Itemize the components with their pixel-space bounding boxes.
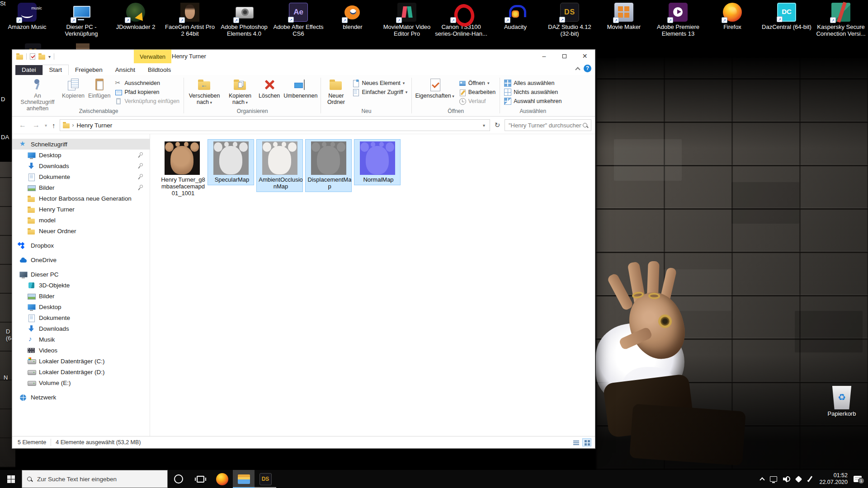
sidebar-item[interactable]: Dieser PC bbox=[12, 269, 150, 280]
new-item-button[interactable]: Neues Element▾ bbox=[350, 79, 409, 88]
easy-access-button[interactable]: Einfacher Zugriff▾ bbox=[350, 88, 409, 97]
sidebar-item[interactable]: Dropbox bbox=[12, 240, 150, 251]
search-input[interactable] bbox=[508, 122, 582, 129]
title-bar[interactable]: ▾ Verwalten Henry Turner – ✕ bbox=[12, 50, 595, 63]
sidebar-item[interactable]: Henry Turner bbox=[12, 204, 150, 215]
desktop-icon[interactable]: FaceGen Artist Pro 2 64bit bbox=[163, 3, 217, 37]
new-folder-icon[interactable] bbox=[38, 55, 45, 60]
sidebar-item[interactable]: Schnellzugriff bbox=[12, 139, 150, 150]
sidebar-item[interactable]: Videos bbox=[12, 345, 150, 356]
ribbon-tab[interactable]: Freigeben bbox=[69, 65, 109, 75]
large-icons-view-button[interactable] bbox=[582, 438, 591, 446]
sidebar-item[interactable]: Dokumente bbox=[12, 312, 150, 323]
refresh-button[interactable]: ↻ bbox=[492, 119, 503, 131]
desktop-icon[interactable]: blender bbox=[326, 3, 380, 37]
sidebar-item[interactable]: model bbox=[12, 215, 150, 225]
invert-selection-button[interactable]: Auswahl umkehren bbox=[502, 97, 563, 106]
desktop-icon[interactable]: Dieser PC - Verknüpfung bbox=[54, 3, 108, 37]
desktop-icon[interactable]: MovieMator Video Editor Pro bbox=[380, 3, 434, 37]
sidebar-item[interactable]: Downloads bbox=[12, 160, 150, 171]
desktop-icon[interactable]: Adobe Photoshop Elements 4.0 bbox=[217, 3, 271, 37]
pen-tray-icon[interactable] bbox=[807, 476, 813, 482]
taskbar-search-input[interactable] bbox=[36, 475, 163, 483]
delete-button[interactable]: Löschen bbox=[257, 76, 282, 99]
desktop-icon[interactable]: DAZ Studio 4.12 (32-bit) bbox=[542, 3, 597, 37]
file-item[interactable]: Henry Turner_g8mbasefacemapd01_1001 bbox=[159, 140, 205, 198]
taskbar-file-explorer[interactable] bbox=[233, 470, 255, 488]
desktop-icon[interactable]: Kaspersky Secure Connection Versi... bbox=[814, 3, 868, 37]
minimize-button[interactable]: – bbox=[534, 50, 554, 63]
desktop-icon[interactable]: Amazon Music bbox=[0, 3, 54, 37]
ribbon-tab[interactable]: Start bbox=[42, 65, 69, 75]
close-button[interactable]: ✕ bbox=[575, 50, 595, 63]
qat-customize-caret[interactable]: ▾ bbox=[48, 54, 51, 59]
desktop-icon[interactable]: Audacity bbox=[488, 3, 542, 37]
select-none-button[interactable]: Nichts auswählen bbox=[502, 88, 563, 97]
cut-button[interactable]: Ausschneiden bbox=[113, 79, 181, 88]
desktop-icon[interactable]: Movie Maker bbox=[597, 3, 651, 37]
sidebar-item[interactable]: Netzwerk bbox=[12, 392, 150, 403]
rename-button[interactable]: Umbenennen bbox=[282, 76, 319, 99]
recent-locations-caret[interactable]: ▾ bbox=[44, 123, 48, 128]
ribbon-tab[interactable]: Bildtools bbox=[142, 65, 177, 75]
copy-to-button[interactable]: Kopieren nach bbox=[223, 76, 257, 106]
details-view-button[interactable] bbox=[571, 438, 580, 446]
sidebar-item[interactable]: Desktop bbox=[12, 150, 150, 160]
forward-button[interactable]: → bbox=[30, 121, 42, 129]
task-view-button[interactable] bbox=[189, 470, 211, 488]
sidebar-item[interactable]: Desktop bbox=[12, 301, 150, 312]
tray-expand-chevron-icon[interactable] bbox=[760, 477, 765, 482]
desktop-icon[interactable]: DazCentral (64-bit) bbox=[760, 3, 814, 37]
notification-center-icon[interactable]: 1 bbox=[854, 476, 862, 482]
paste-button[interactable]: Einfügen bbox=[86, 76, 112, 99]
edit-button[interactable]: Bearbeiten bbox=[457, 88, 497, 97]
desktop-icon[interactable]: Adobe After Effects CS6 bbox=[271, 3, 326, 37]
network-icon[interactable] bbox=[770, 476, 777, 482]
desktop-icon[interactable]: Canon TS3100 series-Online-Han... bbox=[434, 3, 488, 37]
sidebar-item[interactable]: Neuer Ordner bbox=[12, 225, 150, 236]
sidebar-item[interactable]: Dokumente bbox=[12, 171, 150, 182]
history-button[interactable]: Verlauf bbox=[457, 97, 497, 106]
ribbon-tab[interactable]: Ansicht bbox=[109, 65, 142, 75]
sidebar-item[interactable]: 3D-Objekte bbox=[12, 280, 150, 291]
recycle-bin-icon[interactable]: ♻ bbox=[831, 386, 853, 409]
address-dropdown-caret[interactable]: ▾ bbox=[481, 123, 487, 128]
desktop-icon[interactable]: Adobe Premiere Elements 13 bbox=[651, 3, 705, 37]
file-list-pane[interactable]: Henry Turner_g8mbasefacemapd01_1001 Spec… bbox=[150, 134, 595, 436]
sidebar-item[interactable]: Volume (E:) bbox=[12, 377, 150, 388]
volume-icon[interactable] bbox=[783, 476, 790, 482]
file-item[interactable]: AmbientOcclusionMap bbox=[257, 140, 302, 192]
new-folder-button[interactable]: Neuer Ordner bbox=[322, 76, 349, 105]
taskbar-daz-studio[interactable]: DS bbox=[255, 470, 276, 488]
sidebar-item[interactable]: Lokaler Datenträger (D:) bbox=[12, 366, 150, 377]
file-item[interactable]: DisplacementMap bbox=[306, 140, 351, 192]
address-bar[interactable]: › Henry Turner ▾ bbox=[60, 119, 490, 131]
cortana-button[interactable] bbox=[168, 470, 189, 488]
start-button[interactable] bbox=[0, 470, 22, 488]
sidebar-item[interactable]: Bilder bbox=[12, 291, 150, 301]
sidebar-item[interactable]: Bilder bbox=[12, 182, 150, 193]
desktop-icon[interactable]: JDownloader 2 bbox=[108, 3, 163, 37]
maximize-button[interactable] bbox=[554, 50, 575, 63]
search-box[interactable] bbox=[505, 119, 591, 131]
taskbar-clock[interactable]: 01:52 22.07.2020 bbox=[819, 472, 848, 486]
recycle-bin-label[interactable]: Papierkorb bbox=[819, 410, 864, 417]
file-item[interactable]: NormalMap bbox=[354, 140, 400, 185]
copy-button[interactable]: Kopieren bbox=[60, 76, 86, 99]
properties-check-icon[interactable] bbox=[30, 53, 35, 60]
ribbon-tab[interactable]: Datei bbox=[15, 65, 42, 75]
sidebar-item[interactable]: OneDrive bbox=[12, 254, 150, 265]
help-icon[interactable]: ? bbox=[584, 65, 591, 72]
collapse-ribbon-icon[interactable] bbox=[575, 67, 580, 72]
file-item[interactable]: SpecularMap bbox=[208, 140, 254, 185]
folder-icon[interactable] bbox=[16, 55, 23, 60]
manage-contextual-header[interactable]: Verwalten bbox=[134, 50, 171, 63]
sidebar-item[interactable]: Lokaler Datenträger (C:) bbox=[12, 356, 150, 366]
copy-path-button[interactable]: Pfad kopieren bbox=[113, 88, 181, 97]
desktop-icon[interactable]: Firefox bbox=[705, 3, 760, 37]
breadcrumb[interactable]: Henry Turner bbox=[77, 122, 113, 129]
up-button[interactable]: ↑ bbox=[50, 122, 58, 129]
move-to-button[interactable]: ← Verschieben nach bbox=[185, 76, 223, 106]
sidebar-item[interactable]: Downloads bbox=[12, 323, 150, 334]
paste-shortcut-button[interactable]: Verknüpfung einfügen bbox=[113, 97, 181, 106]
